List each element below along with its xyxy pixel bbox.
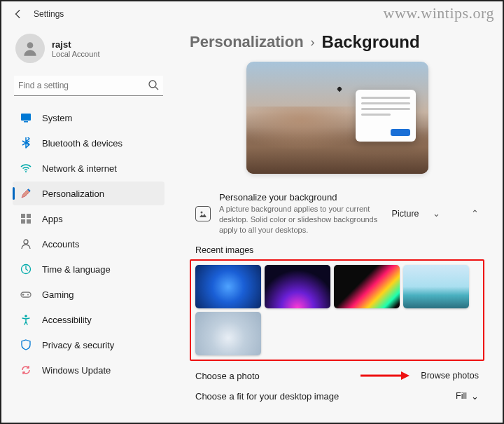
svg-point-15 bbox=[201, 211, 203, 213]
sidebar-item-time[interactable]: Time & language bbox=[13, 257, 164, 281]
sidebar-item-system[interactable]: System bbox=[13, 106, 164, 130]
recent-images-label: Recent images bbox=[195, 245, 484, 255]
svg-point-14 bbox=[24, 315, 27, 317]
sidebar-item-label: Accounts bbox=[42, 239, 79, 249]
sidebar-item-label: Apps bbox=[42, 214, 63, 224]
chevron-down-icon: ⌄ bbox=[433, 209, 440, 219]
main-content: Personalization › Background Personalize… bbox=[173, 27, 503, 423]
choose-fit-label: Choose a fit for your desktop image bbox=[195, 391, 447, 402]
gaming-icon bbox=[20, 288, 32, 301]
chevron-down-icon: ⌄ bbox=[471, 391, 479, 402]
sidebar-item-label: Bluetooth & devices bbox=[42, 138, 122, 149]
sidebar: rajst Local Account System Bluetooth & d… bbox=[1, 27, 173, 423]
user-sub: Local Account bbox=[52, 50, 100, 58]
svg-point-1 bbox=[149, 81, 156, 88]
sidebar-item-network[interactable]: Network & internet bbox=[13, 156, 164, 180]
svg-point-10 bbox=[24, 240, 28, 244]
shield-icon bbox=[20, 338, 32, 351]
person-icon bbox=[21, 39, 39, 57]
breadcrumb: Personalization › Background bbox=[190, 32, 484, 52]
sidebar-item-accessibility[interactable]: Accessibility bbox=[13, 308, 164, 331]
svg-rect-8 bbox=[21, 219, 25, 224]
sidebar-item-label: Time & language bbox=[42, 264, 111, 275]
browse-photos-button[interactable]: Browse photos bbox=[421, 371, 479, 381]
chevron-right-icon: › bbox=[311, 35, 315, 50]
sidebar-item-apps[interactable]: Apps bbox=[13, 207, 164, 231]
avatar bbox=[15, 34, 45, 63]
arrow-left-icon bbox=[13, 9, 23, 19]
recent-image-thumb[interactable] bbox=[334, 265, 400, 308]
sidebar-item-label: Gaming bbox=[42, 289, 74, 300]
page-title: Background bbox=[322, 32, 420, 52]
desktop-preview bbox=[246, 62, 428, 174]
recent-image-thumb[interactable] bbox=[265, 265, 330, 308]
background-type-select[interactable]: Picture ⌄ bbox=[392, 208, 451, 219]
accessibility-icon bbox=[20, 313, 32, 326]
setting-title: Personalize your background bbox=[219, 192, 384, 203]
sidebar-item-label: Accessibility bbox=[42, 315, 92, 325]
chevron-up-icon[interactable]: ⌃ bbox=[471, 208, 479, 219]
wifi-icon bbox=[20, 162, 32, 175]
recent-images-highlight bbox=[190, 259, 484, 361]
paintbrush-icon bbox=[20, 187, 32, 200]
sidebar-item-label: Windows Update bbox=[42, 365, 111, 376]
recent-image-thumb[interactable] bbox=[403, 265, 469, 308]
sidebar-item-label: Privacy & security bbox=[42, 340, 114, 350]
svg-line-2 bbox=[155, 87, 158, 90]
app-title: Settings bbox=[34, 9, 64, 19]
apps-icon bbox=[20, 212, 32, 225]
sidebar-item-label: System bbox=[42, 113, 72, 123]
search-input[interactable] bbox=[14, 76, 163, 96]
svg-rect-7 bbox=[27, 214, 31, 218]
recent-image-thumb[interactable] bbox=[195, 312, 261, 355]
accounts-icon bbox=[20, 238, 32, 250]
personalize-background-row[interactable]: Personalize your background A picture ba… bbox=[190, 186, 484, 241]
update-icon bbox=[20, 364, 32, 376]
system-icon bbox=[20, 111, 32, 124]
svg-marker-17 bbox=[401, 371, 410, 380]
setting-desc: A picture background applies to your cur… bbox=[219, 204, 384, 235]
svg-point-13 bbox=[27, 294, 29, 296]
sidebar-item-update[interactable]: Windows Update bbox=[13, 358, 164, 382]
svg-rect-3 bbox=[21, 114, 31, 121]
sidebar-item-label: Personalization bbox=[42, 189, 104, 199]
svg-rect-4 bbox=[24, 121, 28, 123]
back-button[interactable] bbox=[8, 4, 28, 24]
breadcrumb-parent[interactable]: Personalization bbox=[190, 33, 304, 51]
sidebar-item-label: Network & internet bbox=[42, 163, 117, 174]
svg-rect-6 bbox=[21, 214, 25, 218]
user-block[interactable]: rajst Local Account bbox=[13, 29, 164, 71]
sidebar-item-personalization[interactable]: Personalization bbox=[13, 182, 164, 205]
recent-image-thumb[interactable] bbox=[195, 265, 261, 308]
sidebar-item-bluetooth[interactable]: Bluetooth & devices bbox=[13, 131, 164, 155]
sidebar-item-privacy[interactable]: Privacy & security bbox=[13, 333, 164, 357]
arrow-annotation bbox=[360, 371, 410, 381]
svg-rect-9 bbox=[27, 219, 31, 224]
sidebar-item-accounts[interactable]: Accounts bbox=[13, 232, 164, 256]
clock-globe-icon bbox=[20, 263, 32, 275]
sidebar-item-gaming[interactable]: Gaming bbox=[13, 282, 164, 306]
user-name: rajst bbox=[52, 39, 100, 50]
fit-select[interactable]: Fill ⌄ bbox=[456, 391, 479, 402]
bluetooth-icon bbox=[20, 137, 32, 149]
choose-photo-label: Choose a photo bbox=[195, 371, 352, 381]
picture-icon bbox=[195, 206, 211, 221]
svg-point-5 bbox=[25, 171, 27, 172]
search-icon bbox=[148, 79, 159, 90]
svg-point-0 bbox=[27, 42, 34, 48]
